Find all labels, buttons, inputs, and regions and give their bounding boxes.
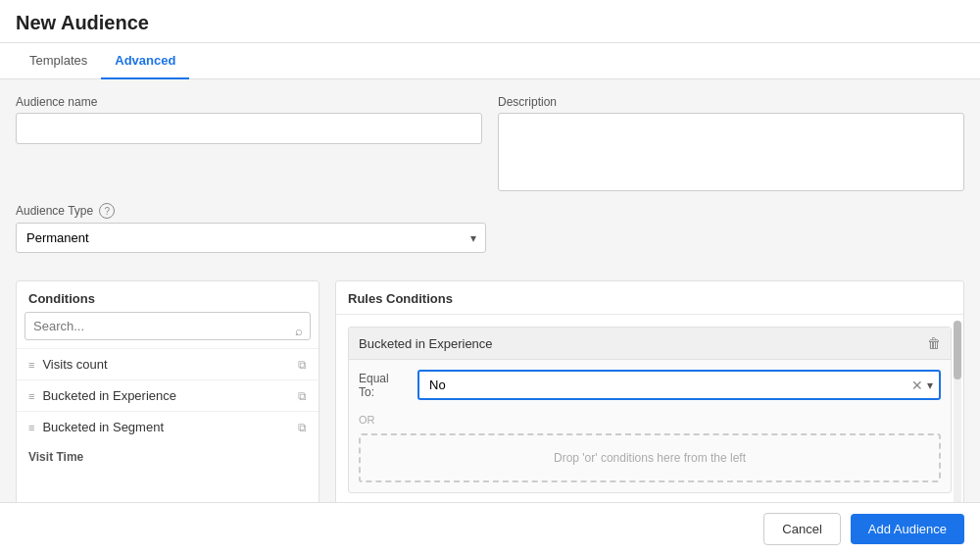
audience-type-select[interactable]: Permanent Session Visitor [16,223,486,253]
scrollbar-thumb[interactable] [954,321,961,379]
form-section: Audience name Description Audience Type … [16,95,964,277]
help-icon[interactable]: ? [99,203,115,219]
visit-time-section-label: Visit Time [17,442,318,468]
page-header: New Audience [0,0,980,43]
external-link-icon[interactable]: ⧉ [298,358,307,372]
add-audience-button[interactable]: Add Audience [851,514,964,544]
audience-type-select-wrapper: Permanent Session Visitor ▾ [16,223,486,253]
audience-type-section: Audience Type ? Permanent Session Visito… [16,203,964,253]
audience-name-input[interactable] [16,113,482,144]
page-footer: Cancel Add Audience [0,502,980,555]
or-drop-zone: Drop 'or' conditions here from the left [359,433,941,482]
description-group: Description [498,95,964,191]
audience-type-label: Audience Type [16,204,93,218]
drag-handle-icon: ≡ [28,390,34,402]
condition-item-bucketed-experience[interactable]: ≡ Bucketed in Experience ⧉ [17,379,318,411]
main-content: Audience name Description Audience Type … [0,79,980,551]
tabs-bar: Templates Advanced [0,43,980,79]
drag-handle-icon: ≡ [28,359,34,371]
description-input[interactable] [498,113,964,191]
tab-advanced[interactable]: Advanced [101,43,189,79]
condition-name: Bucketed in Experience [42,388,176,403]
description-label: Description [498,95,964,109]
condition-item-visits-count[interactable]: ≡ Visits count ⧉ [17,348,318,379]
rule-block: Bucketed in Experience 🗑 Equal To: ✕ ▾ [348,327,952,493]
bottom-section: Conditions ⌕ ≡ Visits count ⧉ ≡ Bucketed… [16,280,964,535]
clear-input-icon[interactable]: ✕ [911,378,923,393]
rule-block-title: Bucketed in Experience [359,336,493,351]
rule-input-wrapper: ✕ ▾ [417,370,941,400]
audience-name-label: Audience name [16,95,482,109]
delete-rule-icon[interactable]: 🗑 [927,335,941,351]
equal-to-label: Equal To: [359,372,408,399]
conditions-header: Conditions [17,281,318,312]
rule-value-input[interactable] [425,372,911,398]
cancel-button[interactable]: Cancel [763,513,840,545]
or-label: OR [349,410,951,429]
audience-name-group: Audience name [16,95,482,191]
rules-panel: Rules Conditions Bucketed in Experience … [335,280,964,535]
tab-templates[interactable]: Templates [16,43,101,79]
conditions-panel: Conditions ⌕ ≡ Visits count ⧉ ≡ Bucketed… [16,280,319,535]
external-link-icon[interactable]: ⧉ [298,389,307,403]
page-title: New Audience [16,12,149,33]
condition-item-bucketed-segment[interactable]: ≡ Bucketed in Segment ⧉ [17,411,318,442]
rule-block-header: Bucketed in Experience 🗑 [349,328,951,360]
rules-header: Rules Conditions [336,281,963,315]
search-wrapper: ⌕ [17,312,318,348]
form-row-top: Audience name Description [16,95,964,191]
drag-handle-icon: ≡ [28,422,34,433]
condition-name: Bucketed in Segment [42,420,164,434]
external-link-icon[interactable]: ⧉ [298,421,307,434]
dropdown-arrow-icon[interactable]: ▾ [927,378,933,392]
condition-name: Visits count [42,357,107,372]
search-icon: ⌕ [295,323,303,337]
search-input[interactable] [24,312,311,340]
drop-zone-text: Drop 'or' conditions here from the left [554,451,746,465]
conditions-list: ≡ Visits count ⧉ ≡ Bucketed in Experienc… [17,348,318,468]
rule-condition-row: Equal To: ✕ ▾ [349,360,951,410]
audience-type-label-row: Audience Type ? [16,203,964,219]
